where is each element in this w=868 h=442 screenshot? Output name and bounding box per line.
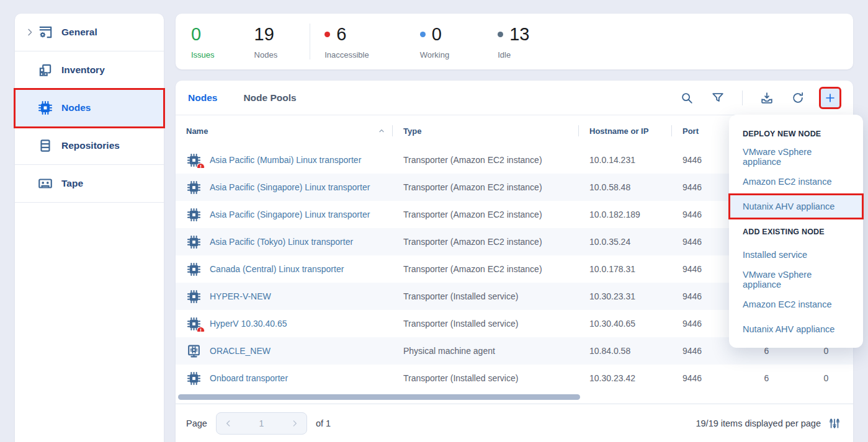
nodes-toolbar xyxy=(663,89,839,107)
toolbar-divider xyxy=(742,91,743,105)
working-dot-icon xyxy=(420,32,426,37)
sidebar-item-label: Repositories xyxy=(61,140,120,151)
stat-issues: 0 Issues xyxy=(191,24,215,60)
import-icon[interactable] xyxy=(760,91,774,105)
sidebar-item-label: Nodes xyxy=(61,102,91,113)
sidebar-item-label: General xyxy=(61,27,97,38)
sidebar-item-label: Inventory xyxy=(61,64,105,76)
page-count: of 1 xyxy=(316,418,331,428)
transporter-chip-icon xyxy=(186,180,202,195)
transporter-chip-icon xyxy=(186,262,202,277)
stat-inaccessible: 6 Inaccessible xyxy=(324,24,369,60)
search-icon[interactable] xyxy=(680,91,694,105)
stat-working: 0 Working xyxy=(420,24,449,60)
add-node-button[interactable] xyxy=(821,89,839,107)
idle-count: 13 xyxy=(509,25,529,43)
idle-dot-icon xyxy=(498,32,503,37)
nodes-label: Nodes xyxy=(254,50,278,60)
nodes-chip-icon xyxy=(37,100,53,116)
inventory-icon xyxy=(37,62,53,78)
inaccessible-dot-icon xyxy=(324,32,330,37)
column-header-type[interactable]: Type xyxy=(393,115,579,146)
physical-machine-icon xyxy=(186,343,202,359)
current-page-number[interactable]: 1 xyxy=(259,418,264,428)
settings-sidebar: General Inventory Nodes Repositories Tap… xyxy=(15,14,164,442)
chevron-right-icon[interactable] xyxy=(23,27,37,37)
transporter-chip-icon xyxy=(186,289,202,304)
transporter-chip-icon xyxy=(186,152,202,168)
sidebar-item-inventory[interactable]: Inventory xyxy=(15,51,164,89)
table-row[interactable]: Onboard transporter Transporter (Install… xyxy=(176,365,853,392)
sidebar-item-general[interactable]: General xyxy=(15,14,164,51)
nodes-count: 19 xyxy=(254,25,274,43)
sidebar-item-tape[interactable]: Tape xyxy=(15,165,164,203)
refresh-icon[interactable] xyxy=(791,91,805,105)
repositories-icon xyxy=(37,138,53,154)
transporter-chip-icon xyxy=(186,234,202,250)
page-label: Page xyxy=(186,418,207,428)
transporter-chip-icon xyxy=(186,316,202,332)
sidebar-item-repositories[interactable]: Repositories xyxy=(15,127,164,165)
previous-page-icon[interactable] xyxy=(224,419,233,428)
sidebar-item-label: Tape xyxy=(61,178,83,189)
general-settings-icon xyxy=(37,24,53,40)
filter-icon[interactable] xyxy=(711,91,725,105)
sort-ascending-icon[interactable] xyxy=(378,127,385,135)
stat-nodes: 19 Nodes xyxy=(254,24,278,60)
menu-item-nutanix-ahv-appliance[interactable]: Nutanix AHV appliance xyxy=(729,194,863,219)
transporter-chip-icon xyxy=(186,371,202,386)
nodes-summary-bar: 0 Issues 19 Nodes 6 Inaccessible 0 Worki… xyxy=(176,14,853,69)
menu-section-add-existing-node: ADD EXISTING NODE xyxy=(729,221,863,242)
tab-nodes[interactable]: Nodes xyxy=(188,92,217,104)
inaccessible-label: Inaccessible xyxy=(324,50,369,60)
nodes-tabbar: Nodes Node Pools xyxy=(176,81,853,115)
menu-item-installed-service[interactable]: Installed service xyxy=(729,242,863,267)
menu-item-nutanix-ahv-appliance-existing[interactable]: Nutanix AHV appliance xyxy=(729,317,863,342)
tape-icon xyxy=(37,175,53,192)
tab-node-pools[interactable]: Node Pools xyxy=(243,92,296,104)
next-page-icon[interactable] xyxy=(290,419,299,428)
working-label: Working xyxy=(420,50,449,60)
menu-section-deploy-new-node: DEPLOY NEW NODE xyxy=(729,123,863,144)
issues-label: Issues xyxy=(191,50,215,60)
table-settings-icon[interactable] xyxy=(828,417,841,430)
pagination-bar: Page 1 of 1 19/19 items displayed per pa… xyxy=(176,404,853,442)
page-navigator: 1 xyxy=(216,412,307,435)
error-badge-icon xyxy=(197,163,205,168)
column-header-name[interactable]: Name xyxy=(176,115,393,146)
sidebar-item-nodes[interactable]: Nodes xyxy=(15,89,164,127)
horizontal-scrollbar[interactable] xyxy=(178,394,580,400)
menu-item-amazon-ec2-instance[interactable]: Amazon EC2 instance xyxy=(729,169,863,194)
working-count: 0 xyxy=(432,25,442,43)
error-badge-icon xyxy=(197,327,205,332)
column-header-port[interactable]: Port xyxy=(672,115,734,146)
transporter-chip-icon xyxy=(186,207,202,223)
add-node-dropdown: DEPLOY NEW NODE VMware vSphere appliance… xyxy=(729,115,863,348)
issues-count: 0 xyxy=(191,25,201,43)
stats-divider xyxy=(310,24,310,60)
items-per-page-summary: 19/19 items displayed per page xyxy=(696,418,821,428)
idle-label: Idle xyxy=(498,50,529,60)
stat-idle: 13 Idle xyxy=(498,24,529,60)
column-header-hostname[interactable]: Hostname or IP xyxy=(579,115,672,146)
inaccessible-count: 6 xyxy=(336,25,346,43)
menu-item-vmware-vsphere-appliance-existing[interactable]: VMware vSphere appliance xyxy=(729,267,863,292)
menu-item-vmware-vsphere-appliance[interactable]: VMware vSphere appliance xyxy=(729,144,863,169)
menu-item-amazon-ec2-instance-existing[interactable]: Amazon EC2 instance xyxy=(729,292,863,317)
